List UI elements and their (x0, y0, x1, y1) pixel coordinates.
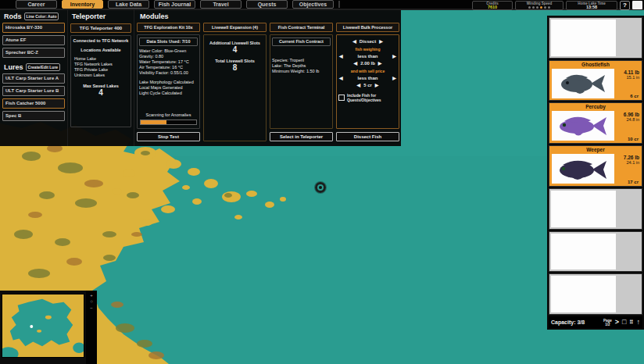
tab-inventory[interactable]: Inventory (62, 0, 103, 9)
contract-min-weight: Minimum Weight: 1.50 lb (272, 69, 331, 74)
contract-species: Species: Troperil (272, 58, 331, 63)
minimap-zoom-in-icon[interactable]: + (90, 293, 93, 298)
location-item: Unknown Lakes (74, 73, 129, 78)
tab-quests[interactable]: Quests (246, 0, 288, 9)
rod-item[interactable]: Atune EF (2, 35, 65, 45)
page-indicator[interactable]: Page 1/2 (603, 319, 612, 327)
next-page-icon[interactable]: > (615, 319, 619, 326)
speed-dot[interactable] (536, 6, 538, 9)
tab-career[interactable]: Career (16, 0, 57, 9)
price-value: 5 cr (363, 83, 372, 88)
livewell-expansion-module: Livewell Expansion (4) Additional Livewe… (203, 23, 267, 141)
fish-contract-name: Fish Contract Terminal (270, 23, 333, 32)
dissect-fish-button[interactable]: Dissect Fish (336, 132, 399, 141)
top-right-cluster: Credits 7610 Winding Speed Home Lake Tim… (472, 0, 642, 10)
minimap-block: + ○ − (0, 291, 97, 364)
scanning-label: Scanning for Anomalies (139, 112, 198, 118)
livewell-slot-fish[interactable]: Percuby 6.96 lb 24.8 in 10 cr (549, 102, 642, 144)
minimap-zoom-out-icon[interactable]: − (90, 305, 93, 310)
lure-item[interactable]: Spec B (2, 111, 65, 121)
create-edit-lure-button[interactable]: Create/Edit Lure (26, 63, 61, 71)
fish-price: 17 cr (628, 180, 639, 184)
stat-line: Visibility Factor: 0.55/1.00 (139, 70, 198, 76)
weight-decrease-icon[interactable]: ◀ (354, 61, 358, 66)
game-screen: Career Inventory Lake Data Fish Journal … (0, 0, 644, 364)
credits-value: 7610 (475, 5, 510, 9)
winding-speed-slider[interactable] (518, 6, 560, 9)
price-comparator: less than (357, 76, 377, 81)
livewell-sidebar: Ghostlefish 4.11 lb 15.1 in 6 cr (547, 16, 644, 330)
speed-dot[interactable] (544, 6, 546, 9)
tab-fish-journal[interactable]: Fish Journal (154, 0, 195, 9)
weight-comparator-next-icon[interactable]: ▶ (392, 54, 396, 59)
select-in-teleporter-button[interactable]: Select in Teleporter (270, 132, 333, 141)
modules-panel: Modules TFG Exploration Kit 10x Data Slo… (134, 10, 401, 146)
tab-lake-data[interactable]: Lake Data (108, 0, 149, 9)
minimap-player-dot (30, 325, 33, 328)
rod-item[interactable]: Sprecher BC-Z (2, 48, 65, 58)
modules-title: Modules (140, 12, 169, 20)
additional-slots-value: 4 (206, 47, 264, 52)
stop-test-button[interactable]: Stop Test (137, 132, 200, 141)
stack-view-icon[interactable]: □ (622, 319, 626, 326)
lure-item[interactable]: ULT Carp Starter Lure B (2, 86, 65, 96)
stat-line: Water Color: Blue-Green (139, 48, 198, 54)
weighing-label: fish weighing (338, 47, 397, 52)
stat-line: Gravity: 0.80 (139, 54, 198, 59)
bulk-processor-body: ◀ Dissect ▶ fish weighing ◀ less than ▶ … (336, 34, 399, 129)
teleporter-device[interactable]: TFG Teleporter 400 (70, 23, 131, 33)
winding-speed-label: Winding Speed (518, 2, 560, 5)
include-quests-checkbox[interactable] (338, 95, 345, 101)
window-toggle-button[interactable] (632, 1, 642, 9)
speed-dot-active[interactable] (540, 6, 542, 9)
tab-travel[interactable]: Travel (200, 0, 242, 9)
teleporter-title: Teleporter (72, 12, 106, 20)
fish-image (552, 69, 614, 98)
rod-item[interactable]: Hirosaka BY-330 (2, 23, 65, 33)
lure-item[interactable]: Fish Catcher 5000 (2, 98, 65, 109)
speed-dot[interactable] (532, 6, 535, 9)
grid-view-icon[interactable]: ⠿ (629, 319, 633, 326)
price-comparator-prev-icon[interactable]: ◀ (339, 76, 343, 81)
price-comparator-next-icon[interactable]: ▶ (392, 76, 396, 81)
empty-slot-area (551, 20, 616, 56)
scan-progress-fill (141, 120, 166, 124)
empty-slot-area (551, 191, 616, 227)
minimap[interactable] (2, 294, 84, 358)
collapse-panel-icon[interactable]: ↑ (637, 319, 641, 326)
livewell-slot-empty[interactable] (549, 231, 642, 273)
livewell-expansion-name: Livewell Expansion (4) (203, 23, 267, 32)
speed-dot[interactable] (528, 6, 531, 9)
bulk-processor-module: Livewell Bulk Processor ◀ Dissect ▶ fish… (336, 23, 399, 141)
weight-comparator: less than (357, 54, 377, 59)
tab-separator (338, 1, 340, 8)
livewell-slot-fish[interactable]: Ghostlefish 4.11 lb 15.1 in 6 cr (549, 60, 642, 102)
livewell-slot-fish[interactable]: Weeper 7.26 lb 24.1 in 17 cr (549, 145, 642, 187)
credits-display: Credits 7610 (472, 1, 513, 10)
winding-speed-control[interactable]: Winding Speed (515, 1, 564, 10)
calc-line: Local Maps Generated (139, 85, 198, 91)
help-button[interactable]: ? (620, 1, 630, 10)
bulk-processor-name: Livewell Bulk Processor (336, 23, 399, 32)
locations-header: Locations Available (73, 48, 129, 53)
livewell-slot-empty[interactable] (549, 188, 642, 230)
fish-name: Percuby (549, 104, 642, 109)
action-next-icon[interactable]: ▶ (379, 39, 383, 45)
livewell-slot-empty[interactable] (549, 273, 642, 315)
fish-length: 15.1 in (613, 75, 639, 80)
tab-objectives[interactable]: Objectives (292, 0, 334, 9)
weight-comparator-prev-icon[interactable]: ◀ (339, 54, 343, 59)
exploration-kit-body: Data Slots Used: 7/10 Water Color: Blue-… (137, 34, 200, 129)
livewell-slot-empty[interactable] (549, 17, 642, 59)
line-color-button[interactable]: Line Color: Auto (24, 12, 59, 20)
price-decrease-icon[interactable]: ◀ (357, 83, 361, 88)
livewell-expansion-body: Additional Livewell Slots 4 Total Livewe… (203, 34, 267, 141)
price-increase-icon[interactable]: ▶ (375, 83, 379, 88)
top-bar: Career Inventory Lake Data Fish Journal … (0, 0, 644, 10)
lure-item[interactable]: ULT Carp Starter Lure A (2, 73, 65, 84)
minimap-center-icon[interactable]: ○ (90, 299, 93, 304)
weight-increase-icon[interactable]: ▶ (378, 61, 382, 66)
home-lake-time-value: 13:58 (569, 5, 614, 9)
speed-dot[interactable] (548, 6, 550, 9)
action-prev-icon[interactable]: ◀ (352, 39, 356, 45)
